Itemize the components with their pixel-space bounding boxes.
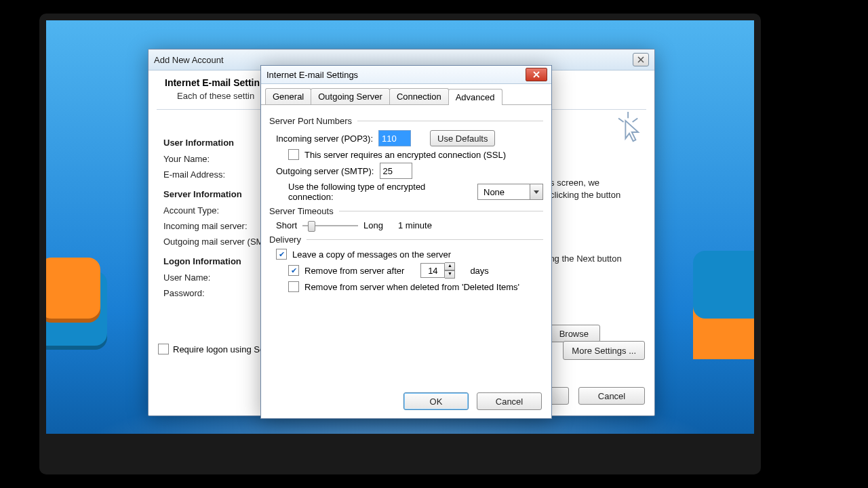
timeout-slider[interactable] <box>302 223 358 228</box>
remove-deleted-label: Remove from server when deleted from 'De… <box>304 282 519 292</box>
svg-line-1 <box>618 118 624 122</box>
email-settings-dialog: Internet E-mail Settings General Outgoin… <box>260 65 552 419</box>
outgoing-port-label: Outgoing server (SMTP): <box>276 166 374 176</box>
more-settings-button[interactable]: More Settings ... <box>563 341 645 360</box>
close-button[interactable] <box>633 53 649 66</box>
dialog-buttons: OK Cancel <box>261 392 551 410</box>
remove-after-checkbox[interactable] <box>288 265 299 276</box>
ssl-label: This server requires an encrypted connec… <box>304 150 506 160</box>
timeout-value: 1 minute <box>398 220 432 230</box>
window-title: Add New Account <box>154 55 633 65</box>
window-title: Internet E-mail Settings <box>267 70 526 80</box>
encryption-value: None <box>478 187 530 197</box>
group-server-timeouts: Server Timeouts <box>269 206 334 216</box>
incoming-port-input[interactable] <box>378 130 411 146</box>
require-logon-label: Require logon using Se <box>173 344 264 354</box>
browse-button[interactable]: Browse <box>548 325 600 342</box>
ok-button[interactable]: OK <box>403 392 469 410</box>
group-server-ports: Server Port Numbers <box>269 116 352 126</box>
tab-general[interactable]: General <box>265 88 311 104</box>
remove-days-unit: days <box>470 266 488 276</box>
titlebar[interactable]: Internet E-mail Settings <box>261 66 551 84</box>
cancel-button[interactable]: Cancel <box>477 392 542 410</box>
encryption-dropdown[interactable]: None <box>477 184 543 200</box>
remove-after-label: Remove from server after <box>304 266 404 276</box>
tab-connection[interactable]: Connection <box>389 88 449 104</box>
remove-deleted-checkbox[interactable] <box>288 281 299 292</box>
incoming-port-label: Incoming server (POP3): <box>276 134 373 144</box>
require-logon-checkbox-row: Require logon using Se <box>158 344 264 354</box>
timeout-long-label: Long <box>363 220 383 230</box>
leave-copy-checkbox[interactable] <box>276 249 287 260</box>
stepper-up[interactable]: ▲ <box>445 262 455 270</box>
monitor-frame: Add New Account Internet E-mail Settin E… <box>39 14 761 474</box>
tab-outgoing-server[interactable]: Outgoing Server <box>311 88 390 104</box>
header-title: Internet E-mail Settin <box>165 77 260 88</box>
tab-panel-advanced: Server Port Numbers Incoming server (POP… <box>261 105 551 302</box>
tabstrip: General Outgoing Server Connection Advan… <box>261 84 551 105</box>
tab-advanced[interactable]: Advanced <box>448 89 502 105</box>
remove-days-stepper[interactable]: ▲ ▼ <box>420 262 455 279</box>
require-logon-checkbox[interactable] <box>158 344 169 354</box>
group-delivery: Delivery <box>269 235 301 245</box>
use-defaults-button[interactable]: Use Defaults <box>430 130 495 146</box>
close-button[interactable] <box>526 68 547 81</box>
info-text-fragment: king the Next button <box>543 253 645 265</box>
timeout-short-label: Short <box>276 220 297 230</box>
outgoing-port-input[interactable] <box>380 163 412 179</box>
close-icon <box>532 71 540 78</box>
leave-copy-label: Leave a copy of messages on the server <box>292 249 451 260</box>
chevron-down-icon <box>530 184 542 199</box>
ssl-checkbox[interactable] <box>288 149 299 160</box>
svg-line-2 <box>633 118 638 122</box>
cancel-button[interactable]: Cancel <box>578 387 645 405</box>
stepper-down[interactable]: ▼ <box>445 270 455 279</box>
info-text-fragment: his screen, we y clicking the button n) <box>543 177 645 213</box>
encryption-label: Use the following type of encrypted conn… <box>288 182 472 202</box>
close-icon <box>637 56 644 63</box>
slider-thumb[interactable] <box>308 221 315 232</box>
remove-days-input[interactable] <box>420 263 445 278</box>
desktop: Add New Account Internet E-mail Settin E… <box>46 20 754 434</box>
